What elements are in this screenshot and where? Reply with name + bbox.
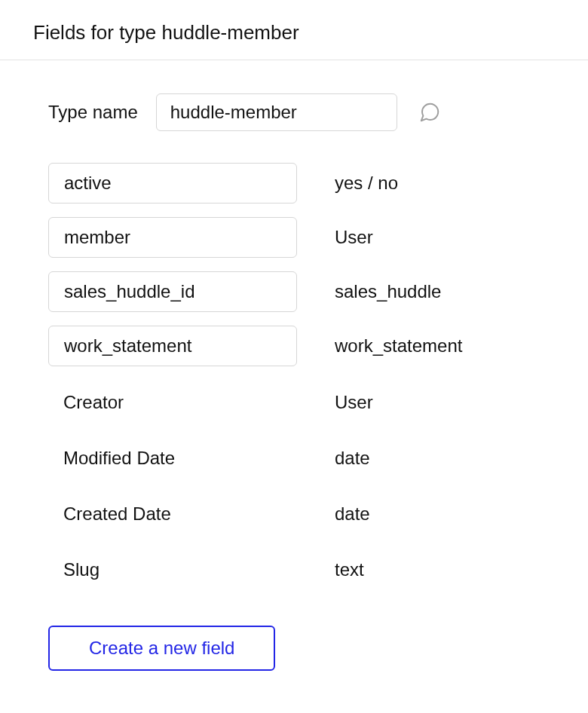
field-row: sales_huddle <box>48 271 588 312</box>
field-type-label[interactable]: User <box>335 227 373 248</box>
field-row: yes / no <box>48 163 588 203</box>
page-title: Fields for type huddle-member <box>33 21 588 44</box>
panel-content: Type name yes / no User sales_huddle wor… <box>0 60 588 671</box>
create-new-field-button[interactable]: Create a new field <box>48 626 275 671</box>
type-name-input[interactable] <box>156 93 397 131</box>
field-type-label[interactable]: sales_huddle <box>335 281 441 302</box>
field-name-label: Modified Date <box>48 439 297 478</box>
field-name-input[interactable] <box>48 163 297 203</box>
field-name-label: Creator <box>48 383 297 422</box>
field-name-input[interactable] <box>48 326 297 366</box>
field-type-label[interactable]: work_statement <box>335 335 462 356</box>
field-type-label[interactable]: yes / no <box>335 173 398 194</box>
field-name-input[interactable] <box>48 271 297 312</box>
field-type-label: text <box>335 559 364 580</box>
field-row: Created Date date <box>48 494 588 534</box>
custom-fields-list: yes / no User sales_huddle work_statemen… <box>48 163 588 366</box>
type-name-row: Type name <box>48 93 588 131</box>
field-row: Modified Date date <box>48 439 588 478</box>
field-type-label: date <box>335 503 370 525</box>
field-row: Slug text <box>48 550 588 589</box>
field-row: User <box>48 217 588 258</box>
system-fields-list: Creator User Modified Date date Created … <box>48 383 588 589</box>
field-row: work_statement <box>48 326 588 366</box>
type-name-label: Type name <box>48 102 138 123</box>
field-name-label: Created Date <box>48 494 297 534</box>
comment-icon[interactable] <box>418 101 441 124</box>
field-name-label: Slug <box>48 550 297 589</box>
field-type-label: date <box>335 448 370 469</box>
field-name-input[interactable] <box>48 217 297 258</box>
field-row: Creator User <box>48 383 588 422</box>
field-type-label: User <box>335 392 373 413</box>
panel-header: Fields for type huddle-member <box>0 0 588 60</box>
